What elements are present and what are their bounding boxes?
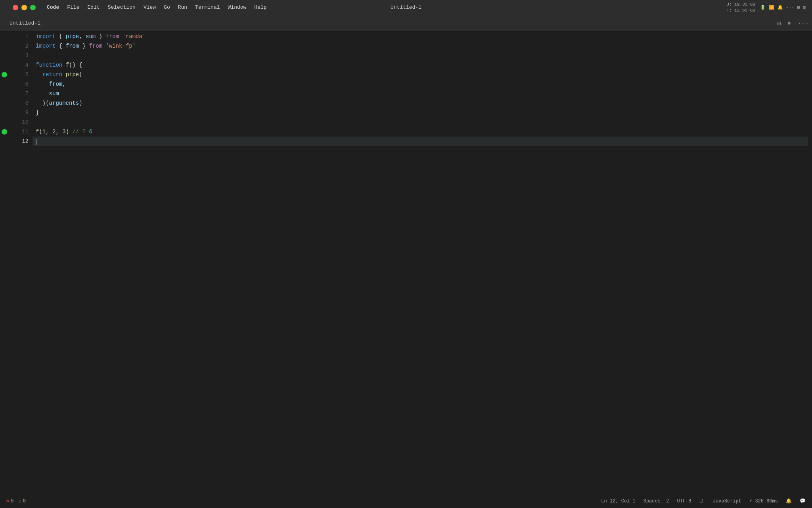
- bp-line-1: [0, 32, 9, 41]
- code-line-3: [33, 51, 808, 60]
- more-actions-icon[interactable]: ···: [797, 20, 809, 27]
- menu-terminal[interactable]: Terminal: [195, 4, 220, 10]
- fn-f: f: [66, 60, 69, 70]
- window-title: Untitled-1: [391, 4, 421, 10]
- titlebar-left: Code File Edit Selection View Go Run Ter…: [6, 4, 267, 10]
- traffic-light-green[interactable]: [30, 5, 36, 10]
- scrollbar-track[interactable]: [808, 32, 812, 494]
- tabbar: Untitled-1 ⊟ ● ···: [0, 15, 812, 32]
- menu-help[interactable]: Help: [254, 4, 266, 10]
- statusbar: ⊗ 0 ⚠ 0 Ln 12, Col 1 Spaces: 2 UTF-8 LF …: [0, 494, 812, 508]
- menu-code[interactable]: Code: [47, 4, 59, 10]
- bp-line-11: [0, 127, 9, 137]
- traffic-light-red[interactable]: [13, 5, 18, 10]
- line-num-11: 11: [19, 127, 29, 137]
- str-ramda: 'ramda': [123, 32, 146, 41]
- var-pipe: pipe: [66, 32, 79, 41]
- fn-pipe: pipe: [66, 70, 79, 79]
- sys-memory-free: F: 12.65 GB: [726, 8, 755, 13]
- notification-icon: 🔔: [778, 5, 783, 10]
- bp-line-6: [0, 79, 9, 89]
- timing-display: ⚡ 326.80ms: [749, 498, 778, 504]
- line-numbers: 1 2 3 4 5 6 7 8 9 10 11 12: [9, 32, 33, 494]
- editor: 1 2 3 4 5 6 7 8 9 10 11 12 import { pipe…: [0, 32, 812, 494]
- menubar: Code File Edit Selection View Go Run Ter…: [47, 4, 267, 10]
- line-num-4: 4: [19, 60, 29, 70]
- bp-line-12: [0, 137, 9, 146]
- code-line-2: import { from } from 'wink-fp': [33, 41, 808, 51]
- menu-window[interactable]: Window: [228, 4, 247, 10]
- warning-count: 0: [23, 498, 26, 504]
- spaces-setting[interactable]: Spaces: 2: [643, 498, 669, 504]
- code-area[interactable]: import { pipe , sum } from 'ramda' impor…: [33, 32, 808, 494]
- encoding-setting[interactable]: UTF-8: [677, 498, 691, 504]
- kw-return: return: [42, 70, 62, 79]
- error-status[interactable]: ⊗ 0 ⚠ 0: [6, 498, 26, 504]
- tab-label: Untitled-1: [10, 20, 40, 26]
- menu-edit[interactable]: Edit: [87, 4, 100, 10]
- code-line-7: sum: [33, 89, 808, 98]
- error-icon: ⊗: [6, 498, 9, 504]
- line-num-3: 3: [19, 51, 29, 60]
- code-line-6: from ,: [33, 79, 808, 89]
- line-num-9: 9: [19, 108, 29, 117]
- line-num-8: 8: [19, 98, 29, 108]
- siri-icon[interactable]: ⊡: [803, 5, 806, 10]
- line-num-2: 2: [19, 41, 29, 51]
- menu-selection[interactable]: Selection: [108, 4, 136, 10]
- code-line-9: }: [33, 108, 808, 117]
- code-line-1: import { pipe , sum } from 'ramda': [33, 32, 808, 41]
- sys-icons: 🔋 📶 🔔 ··· ⊞ ⊡: [760, 5, 806, 10]
- split-editor-icon[interactable]: ⊟: [777, 19, 781, 27]
- bp-line-7: [0, 89, 9, 98]
- bp-line-2: [0, 41, 9, 51]
- eol-setting[interactable]: LF: [699, 498, 705, 504]
- kw-from-1: from: [106, 32, 119, 41]
- sys-info: U: 19.35 GB F: 12.65 GB: [726, 2, 755, 13]
- unsaved-dot: ●: [787, 20, 791, 27]
- titlebar: Code File Edit Selection View Go Run Ter…: [0, 0, 812, 15]
- var-from: from: [66, 41, 79, 51]
- num-3: 3: [62, 127, 65, 137]
- num-2: 2: [52, 127, 56, 137]
- line-num-1: 1: [19, 32, 29, 41]
- fn-call-f: f: [36, 127, 39, 137]
- bp-line-9: [0, 108, 9, 117]
- statusbar-left: ⊗ 0 ⚠ 0: [6, 498, 26, 504]
- bp-dot-11: [2, 129, 7, 135]
- cursor-position[interactable]: Ln 12, Col 1: [601, 498, 635, 504]
- code-line-12: [33, 137, 808, 146]
- kw-import-1: import: [36, 32, 56, 41]
- code-line-5: return pipe (: [33, 70, 808, 79]
- code-line-8: )( arguments ): [33, 98, 808, 108]
- more-dots-icon[interactable]: ···: [786, 5, 794, 10]
- num-1: 1: [42, 127, 46, 137]
- menu-run[interactable]: Run: [178, 4, 187, 10]
- code-line-10: [33, 117, 808, 127]
- line-num-12: 12: [19, 137, 29, 146]
- battery-icon: 🔋: [760, 5, 766, 10]
- control-center-icon[interactable]: ⊞: [797, 5, 800, 10]
- menu-go[interactable]: Go: [164, 4, 170, 10]
- line-num-10: 10: [19, 117, 29, 127]
- traffic-light-yellow[interactable]: [21, 5, 27, 10]
- feedback-icon[interactable]: 💬: [800, 498, 806, 504]
- menu-view[interactable]: View: [144, 4, 156, 10]
- line-num-5: 5: [19, 70, 29, 79]
- notifications-icon[interactable]: 🔔: [786, 498, 792, 504]
- tab-untitled[interactable]: Untitled-1: [3, 18, 47, 29]
- kw-function: function: [36, 60, 62, 70]
- sys-memory-used: U: 19.35 GB: [726, 2, 755, 7]
- comment-q: // ?: [72, 127, 86, 137]
- bp-line-4: [0, 60, 9, 70]
- menu-file[interactable]: File: [67, 4, 79, 10]
- result-6: 6: [89, 127, 92, 137]
- tabbar-right: ⊟ ● ···: [777, 19, 809, 27]
- titlebar-right: U: 19.35 GB F: 12.65 GB 🔋 📶 🔔 ··· ⊞ ⊡: [726, 2, 806, 13]
- var-sum-7: sum: [49, 89, 59, 98]
- code-line-11: f ( 1 , 2 , 3 ) // ? 6: [33, 127, 808, 137]
- var-sum: sum: [86, 32, 96, 41]
- str-wink: 'wink-fp': [105, 41, 136, 51]
- language-mode[interactable]: JavaScript: [713, 498, 741, 504]
- wifi-icon: 📶: [769, 5, 774, 10]
